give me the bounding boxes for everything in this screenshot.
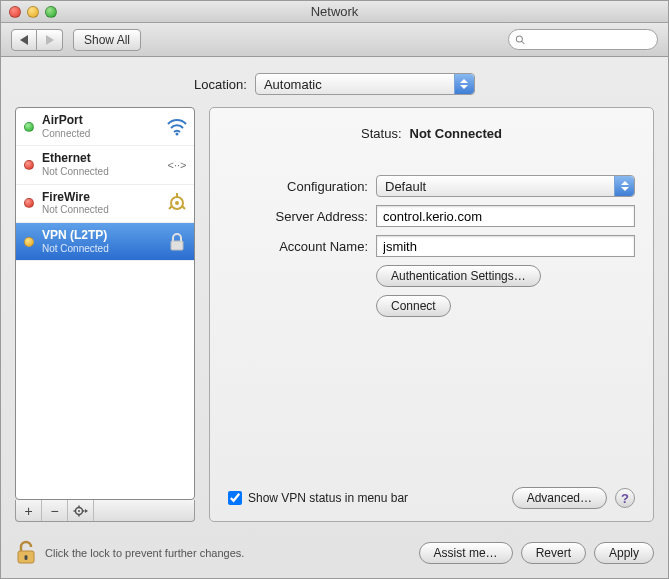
configuration-select[interactable]: Default: [376, 175, 635, 197]
lock-icon: [166, 231, 188, 253]
service-item-ethernet[interactable]: Ethernet Not Connected <··>: [16, 146, 194, 184]
remove-service-button[interactable]: −: [42, 500, 68, 521]
status-dot-icon: [24, 237, 34, 247]
select-stepper-icon: [614, 176, 634, 196]
connect-button[interactable]: Connect: [376, 295, 451, 317]
status-dot-icon: [24, 160, 34, 170]
lock-row: Click the lock to prevent further change…: [1, 532, 668, 578]
select-stepper-icon: [454, 74, 474, 94]
service-name: FireWire: [42, 191, 109, 205]
sidebar: AirPort Connected Ethernet Not Connected…: [15, 107, 195, 522]
server-address-row: Server Address:: [228, 205, 635, 227]
show-vpn-status-label: Show VPN status in menu bar: [248, 491, 408, 505]
service-name: AirPort: [42, 114, 90, 128]
authentication-settings-button[interactable]: Authentication Settings…: [376, 265, 541, 287]
status-row: Status: Not Connected: [228, 126, 635, 141]
sidebar-footer: + −: [15, 500, 195, 522]
apply-button[interactable]: Apply: [594, 542, 654, 564]
location-value: Automatic: [264, 77, 322, 92]
show-vpn-status-row[interactable]: Show VPN status in menu bar: [228, 491, 408, 505]
svg-point-2: [176, 132, 179, 135]
show-all-button[interactable]: Show All: [73, 29, 141, 51]
search-field[interactable]: [508, 29, 658, 50]
svg-text:<··>: <··>: [168, 159, 187, 171]
help-button[interactable]: ?: [615, 488, 635, 508]
toolbar: Show All: [1, 23, 668, 57]
configuration-value: Default: [385, 179, 426, 194]
detail-panel: Status: Not Connected Configuration: Def…: [209, 107, 654, 522]
firewire-icon: [166, 192, 188, 214]
account-name-input[interactable]: [376, 235, 635, 257]
wifi-icon: [166, 116, 188, 138]
svg-line-1: [522, 41, 525, 44]
service-item-vpn[interactable]: VPN (L2TP) Not Connected: [16, 223, 194, 261]
gear-icon: [73, 504, 89, 518]
panel-footer: Show VPN status in menu bar Advanced… ?: [228, 487, 635, 509]
svg-rect-17: [25, 555, 28, 560]
service-status: Not Connected: [42, 243, 109, 255]
svg-line-8: [182, 206, 185, 209]
server-address-input[interactable]: [376, 205, 635, 227]
service-item-firewire[interactable]: FireWire Not Connected: [16, 185, 194, 223]
revert-button[interactable]: Revert: [521, 542, 586, 564]
forward-button[interactable]: [37, 29, 63, 51]
ethernet-icon: <··>: [166, 154, 188, 176]
svg-rect-9: [171, 241, 183, 250]
unlocked-lock-icon[interactable]: [15, 540, 37, 566]
service-name: Ethernet: [42, 152, 109, 166]
account-name-label: Account Name:: [228, 239, 368, 254]
search-input[interactable]: [530, 33, 651, 47]
location-row: Location: Automatic: [1, 57, 668, 107]
status-value: Not Connected: [410, 126, 502, 141]
configuration-label: Configuration:: [228, 179, 368, 194]
svg-point-5: [175, 201, 179, 205]
body-area: AirPort Connected Ethernet Not Connected…: [1, 107, 668, 532]
service-status: Not Connected: [42, 166, 109, 178]
search-icon: [515, 34, 526, 46]
network-prefpane-window: Network Show All Location: Automatic: [0, 0, 669, 579]
assist-me-button[interactable]: Assist me…: [419, 542, 513, 564]
show-vpn-status-checkbox[interactable]: [228, 491, 242, 505]
nav-buttons: [11, 29, 63, 51]
window-title: Network: [1, 4, 668, 19]
service-status: Not Connected: [42, 204, 109, 216]
configuration-row: Configuration: Default: [228, 175, 635, 197]
service-item-airport[interactable]: AirPort Connected: [16, 108, 194, 146]
status-dot-icon: [24, 198, 34, 208]
status-label: Status:: [361, 126, 401, 141]
service-name: VPN (L2TP): [42, 229, 109, 243]
location-select[interactable]: Automatic: [255, 73, 475, 95]
advanced-button[interactable]: Advanced…: [512, 487, 607, 509]
add-service-button[interactable]: +: [16, 500, 42, 521]
account-name-row: Account Name:: [228, 235, 635, 257]
lock-text: Click the lock to prevent further change…: [45, 547, 244, 559]
location-label: Location:: [194, 77, 247, 92]
service-status: Connected: [42, 128, 90, 140]
back-button[interactable]: [11, 29, 37, 51]
triangle-left-icon: [20, 35, 29, 45]
triangle-right-icon: [45, 35, 54, 45]
svg-point-0: [516, 35, 522, 41]
titlebar: Network: [1, 1, 668, 23]
service-list: AirPort Connected Ethernet Not Connected…: [15, 107, 195, 500]
service-actions-menu[interactable]: [68, 500, 94, 521]
svg-point-11: [78, 510, 80, 512]
server-address-label: Server Address:: [228, 209, 368, 224]
svg-line-7: [169, 206, 172, 209]
status-dot-icon: [24, 122, 34, 132]
